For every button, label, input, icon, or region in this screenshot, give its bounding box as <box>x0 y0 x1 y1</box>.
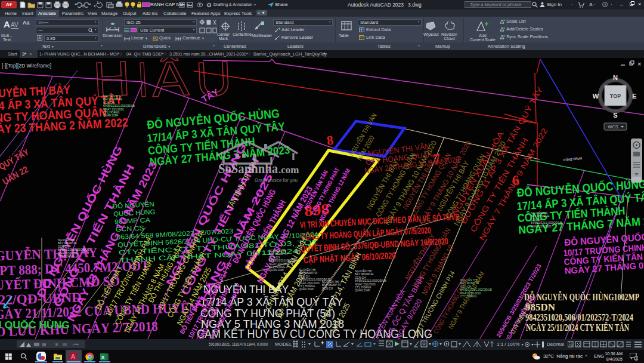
svg-text:NGUYỄN THỊ: NGUYỄN THỊ <box>322 280 339 284</box>
svg-text:QUÂN 23M²: QUÂN 23M² <box>103 113 118 117</box>
svg-text:GCN CH: GCN CH <box>531 219 541 222</box>
svg-text:CTY HOÀNG: CTY HOÀNG <box>58 254 75 258</box>
svg-text:QUÂN 23M²: QUÂN 23M² <box>299 287 314 291</box>
svg-text:QUÂN 23M²: QUÂN 23M² <box>269 268 284 272</box>
svg-text:BẢY 981MP 44: BẢY 981MP 44 <box>322 283 341 287</box>
svg-text:WCS: WCS <box>608 124 618 130</box>
svg-text:NGÀY 25/11/2024 CTY KIẾN TÂN: NGÀY 25/11/2024 CTY KIẾN TÂN <box>526 322 629 333</box>
svg-text:NGÀY 23/1/2020: NGÀY 23/1/2020 <box>531 224 552 228</box>
svg-text:NGÀY 23/1/2020: NGÀY 23/1/2020 <box>355 282 376 286</box>
svg-text:NGUYỄN THỊ: NGUYỄN THỊ <box>299 268 315 272</box>
svg-text:64/99/1/221/1.002/QĐ/UB: 64/99/1/221/1.002/QĐ/UB <box>355 279 386 282</box>
svg-text:Ẩ: Ẩ <box>150 51 190 107</box>
svg-text:NGÀY 23/1/2020: NGÀY 23/1/2020 <box>460 291 481 295</box>
svg-text:N: N <box>613 74 618 81</box>
svg-text:GCN CH: GCN CH <box>58 245 69 248</box>
svg-text:BẢY 981MP 44: BẢY 981MP 44 <box>58 241 77 245</box>
svg-text:NGÀY 23/1/2020: NGÀY 23/1/2020 <box>58 251 79 255</box>
svg-text:SoSanhnha: SoSanhnha <box>218 161 278 176</box>
svg-text:NGUYỄN THỊ: NGUYỄN THỊ <box>103 94 120 98</box>
svg-text:GCN CH: GCN CH <box>322 287 333 290</box>
svg-text:S: S <box>613 112 617 119</box>
svg-text:X: X <box>101 355 105 360</box>
svg-text:GCN CH: GCN CH <box>269 256 280 259</box>
svg-text:ĐỖ NGUYỄN QUỐC HÙNG1002MP: ĐỖ NGUYỄN QUỐC HÙNG1002MP <box>524 291 639 303</box>
svg-text:BẢY 981MP 44: BẢY 981MP 44 <box>531 214 550 218</box>
svg-text:NGÀY 23/1/2020: NGÀY 23/1/2020 <box>103 107 124 111</box>
svg-text:BẢY 981MP 44: BẢY 981MP 44 <box>355 272 374 276</box>
svg-text:×: × <box>637 60 641 67</box>
svg-text:[-][Top][2D Wireframe]: [-][Top][2D Wireframe] <box>2 63 51 69</box>
svg-text:GCN CH: GCN CH <box>460 285 471 288</box>
svg-text:GCN CH: GCN CH <box>299 275 309 278</box>
svg-text:NGUYỄN THỊ: NGUYỄN THỊ <box>355 269 371 273</box>
svg-text:CTY HOÀNG: CTY HOÀNG <box>299 284 315 288</box>
svg-text:BẢY 981MP 44: BẢY 981MP 44 <box>103 97 122 101</box>
svg-text:CTY HOÀNG: CTY HOÀNG <box>269 265 286 269</box>
svg-text:N QUỐC HÙNG: N QUỐC HÙNG <box>0 319 70 331</box>
svg-text:NGÀY 23/1/2020: NGÀY 23/1/2020 <box>299 281 320 285</box>
svg-text:64/99/1/221/1.002/QĐ/UB: 64/99/1/221/1.002/QĐ/UB <box>460 288 492 291</box>
svg-text:.com: .com <box>278 164 299 176</box>
svg-text:GCN CH: GCN CH <box>355 276 366 279</box>
svg-text:TOP: TOP <box>610 93 621 99</box>
svg-text:GCN CH: GCN CH <box>103 101 114 104</box>
svg-text:CTY HOÀNG: CTY HOÀNG <box>103 110 120 114</box>
svg-text:W: W <box>593 93 599 100</box>
svg-text:NGÀY 23/1/2020: NGÀY 23/1/2020 <box>269 262 290 266</box>
svg-text:2: 2 <box>635 356 637 361</box>
svg-text:CTY HOÀNG: CTY HOÀNG <box>460 294 477 298</box>
svg-text:NGUYỄN THỊ: NGUYỄN THỊ <box>531 211 547 215</box>
svg-text:NGUYỄN THỊ: NGUYỄN THỊ <box>460 278 477 282</box>
svg-text:64/99/1/221/1.002/QĐ/UB: 64/99/1/221/1.002/QĐ/UB <box>58 248 89 251</box>
svg-text:BẢY 981MP 44: BẢY 981MP 44 <box>269 252 288 256</box>
svg-text:BẢY 981MP 44: BẢY 981MP 44 <box>460 281 479 285</box>
svg-text:BẢY 981MP 44: BẢY 981MP 44 <box>299 271 318 275</box>
svg-text:CTY HOÀNG: CTY HOÀNG <box>355 285 371 289</box>
svg-text:64/99/1/221/1.002/QĐ/UB: 64/99/1/221/1.002/QĐ/UB <box>103 104 135 107</box>
svg-text:NGUYỄN THỊ: NGUYỄN THỊ <box>269 249 286 253</box>
svg-text:Great choice for you: Great choice for you <box>255 177 298 183</box>
svg-text:NGUYỄN THỊ: NGUYỄN THỊ <box>58 238 75 242</box>
svg-text:64/99/1/221/1.002/QĐ/UB: 64/99/1/221/1.002/QĐ/UB <box>531 222 562 224</box>
svg-text:QUÂN 23M²: QUÂN 23M² <box>355 288 370 292</box>
svg-text:E: E <box>632 93 636 100</box>
svg-text:64/99/1/221/1.002/QĐ/UB: 64/99/1/221/1.002/QĐ/UB <box>269 259 301 262</box>
